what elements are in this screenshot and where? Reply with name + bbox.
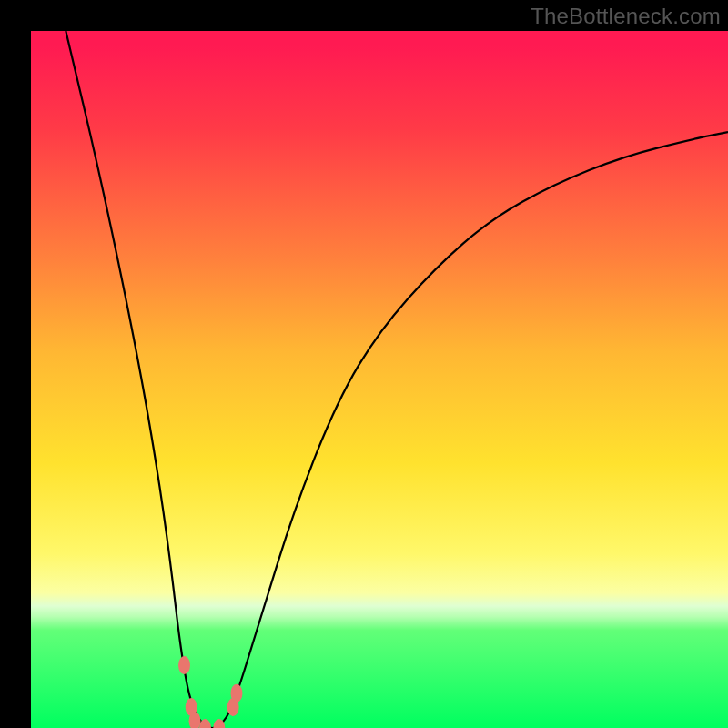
plot-frame: [31, 31, 728, 728]
attribution-text: TheBottleneck.com: [531, 4, 721, 29]
bottleneck-curve: [31, 31, 728, 728]
curve-marker: [178, 656, 190, 674]
curve-marker: [230, 684, 242, 703]
curve-line: [66, 31, 728, 728]
